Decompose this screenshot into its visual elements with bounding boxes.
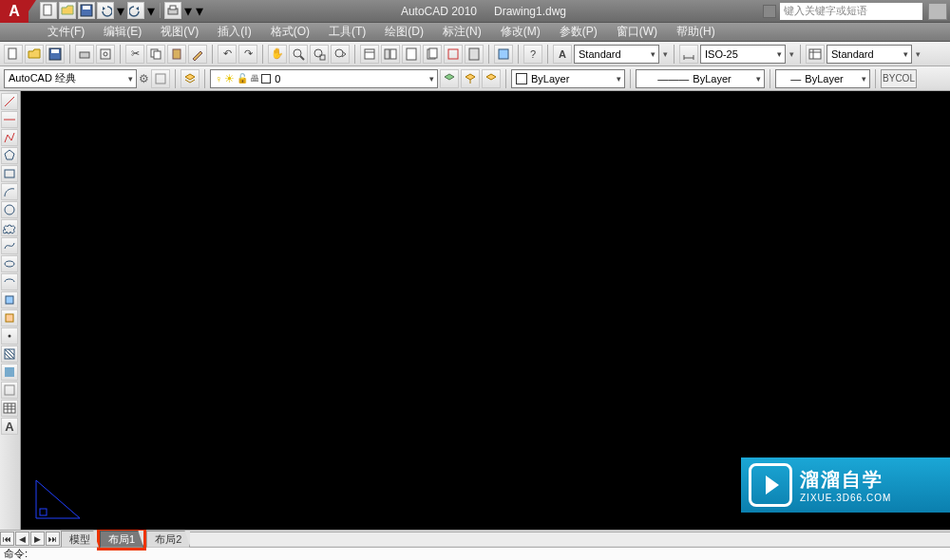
plotstyle-box[interactable]: BYCOL xyxy=(881,69,917,88)
make-block-icon[interactable] xyxy=(1,309,18,327)
menu-file[interactable]: 文件(F) xyxy=(38,22,94,42)
menu-edit[interactable]: 编辑(E) xyxy=(94,22,151,42)
open-icon[interactable] xyxy=(25,45,44,64)
copy-icon[interactable] xyxy=(146,45,165,64)
color-dropdown[interactable]: ByLayer xyxy=(511,69,625,88)
tab-prev-icon[interactable]: ◀ xyxy=(15,532,29,546)
properties-icon[interactable] xyxy=(360,45,379,64)
lineweight-dropdown[interactable]: — ByLayer xyxy=(775,69,870,88)
paste-icon[interactable] xyxy=(167,45,186,64)
layer-iso-icon[interactable] xyxy=(482,69,501,88)
layer-states-icon[interactable] xyxy=(440,69,459,88)
redo-dropdown-icon[interactable]: ▾ xyxy=(146,2,156,20)
help-icon[interactable]: ? xyxy=(523,45,542,64)
save-icon-2[interactable] xyxy=(46,45,65,64)
tab-next-icon[interactable]: ▶ xyxy=(30,532,45,546)
mtext-icon[interactable]: A xyxy=(1,418,18,435)
tablestyle-icon[interactable] xyxy=(806,45,825,64)
plot-icon[interactable] xyxy=(75,45,94,64)
undo-dropdown-icon[interactable]: ▾ xyxy=(116,2,125,20)
region-icon[interactable] xyxy=(1,382,18,399)
zoom-realtime-icon[interactable] xyxy=(289,45,308,64)
workspace-dropdown[interactable]: AutoCAD 经典 xyxy=(4,69,137,88)
tab-layout1[interactable]: 布局1 xyxy=(100,531,143,548)
title-text: AutoCAD 2010 Drawing1.dwg xyxy=(204,5,763,18)
menu-window[interactable]: 窗口(W) xyxy=(607,22,667,42)
print-dropdown-icon[interactable]: ▾ xyxy=(183,2,193,20)
spline-icon[interactable] xyxy=(1,237,18,254)
menu-help[interactable]: 帮助(H) xyxy=(667,22,725,42)
tool-palettes-icon[interactable] xyxy=(402,45,421,64)
construction-line-icon[interactable] xyxy=(1,111,18,128)
workspace-settings-icon[interactable] xyxy=(151,69,170,88)
layer-prev-icon[interactable] xyxy=(461,69,480,88)
drawing-canvas[interactable]: 溜溜自学 ZIXUE.3D66.COM xyxy=(21,91,950,530)
insert-block-icon[interactable] xyxy=(1,291,18,308)
polyline-icon[interactable] xyxy=(1,129,18,146)
dimstyle-dd-chevron[interactable]: ▾ xyxy=(788,49,795,59)
layer-prop-manager-icon[interactable] xyxy=(180,69,200,88)
pan-icon[interactable]: ✋ xyxy=(268,45,287,64)
block-editor-icon[interactable] xyxy=(494,45,513,64)
gradient-icon[interactable] xyxy=(1,364,18,381)
revcloud-icon[interactable] xyxy=(1,219,18,236)
tablestyle-dropdown[interactable]: Standard xyxy=(826,45,912,64)
undo-icon[interactable] xyxy=(97,2,114,19)
linetype-dropdown[interactable]: ——— ByLayer xyxy=(636,69,765,88)
new-icon[interactable] xyxy=(4,45,23,64)
markup-icon[interactable] xyxy=(444,45,463,64)
ellipse-arc-icon[interactable] xyxy=(1,273,18,290)
polygon-icon[interactable] xyxy=(1,147,18,164)
save-icon[interactable] xyxy=(78,2,95,19)
sheetset-icon[interactable] xyxy=(423,45,442,64)
zoom-prev-icon[interactable] xyxy=(331,45,350,64)
tab-first-icon[interactable]: ⏮ xyxy=(0,532,14,546)
line-icon[interactable] xyxy=(1,93,18,110)
plot-preview-icon[interactable] xyxy=(96,45,115,64)
textstyle-dd-chevron[interactable]: ▾ xyxy=(661,49,669,59)
menu-insert[interactable]: 插入(I) xyxy=(208,22,260,42)
tab-model[interactable]: 模型 xyxy=(61,531,99,548)
textstyle-dropdown[interactable]: Standard xyxy=(574,45,659,64)
ellipse-icon[interactable] xyxy=(1,255,18,272)
tab-last-icon[interactable]: ⏭ xyxy=(46,532,60,546)
arc-icon[interactable] xyxy=(1,183,18,200)
zoom-window-icon[interactable] xyxy=(310,45,329,64)
tablestyle-dd-chevron[interactable]: ▾ xyxy=(914,49,922,59)
textstyle-a-icon[interactable]: A xyxy=(553,45,572,64)
dimstyle-icon[interactable] xyxy=(679,45,698,64)
open-file-icon[interactable] xyxy=(59,2,76,19)
qat-more-dropdown-icon[interactable]: ▾ xyxy=(195,2,204,20)
redo-icon-2[interactable]: ↷ xyxy=(238,45,257,64)
menu-dim[interactable]: 标注(N) xyxy=(433,22,491,42)
hatch-icon[interactable] xyxy=(1,345,18,363)
menu-tools[interactable]: 工具(T) xyxy=(319,22,375,42)
workspace-gear-icon[interactable]: ⚙ xyxy=(139,72,149,85)
menu-view[interactable]: 视图(V) xyxy=(151,22,208,42)
undo-icon-2[interactable]: ↶ xyxy=(218,45,237,64)
sep xyxy=(547,45,548,64)
search-input[interactable]: 键入关键字或短语 xyxy=(780,3,922,20)
matchprop-icon[interactable] xyxy=(188,45,207,64)
infocenter-icon[interactable] xyxy=(928,3,947,20)
rectangle-icon[interactable] xyxy=(1,165,18,182)
app-logo[interactable]: A xyxy=(0,0,28,23)
cut-icon[interactable]: ✂ xyxy=(125,45,144,64)
table-icon[interactable] xyxy=(1,400,18,417)
redo-icon[interactable] xyxy=(127,2,144,19)
point-icon[interactable] xyxy=(1,327,18,345)
dimstyle-dropdown[interactable]: ISO-25 xyxy=(700,45,786,64)
menu-draw[interactable]: 绘图(D) xyxy=(375,22,433,42)
sep xyxy=(488,45,489,64)
layer-dropdown[interactable]: ♀ ☀ 🔓 🖶 0 xyxy=(210,69,438,88)
new-file-icon[interactable] xyxy=(40,2,57,19)
print-icon[interactable] xyxy=(164,2,181,19)
menu-format[interactable]: 格式(O) xyxy=(261,22,319,42)
designcenter-icon[interactable] xyxy=(381,45,400,64)
circle-icon[interactable] xyxy=(1,201,18,218)
menu-modify[interactable]: 修改(M) xyxy=(491,22,550,42)
search-prev-icon[interactable] xyxy=(763,5,776,18)
menu-param[interactable]: 参数(P) xyxy=(550,22,607,42)
tab-layout2[interactable]: 布局2 xyxy=(146,531,190,548)
quickcalc-icon[interactable] xyxy=(465,45,484,64)
